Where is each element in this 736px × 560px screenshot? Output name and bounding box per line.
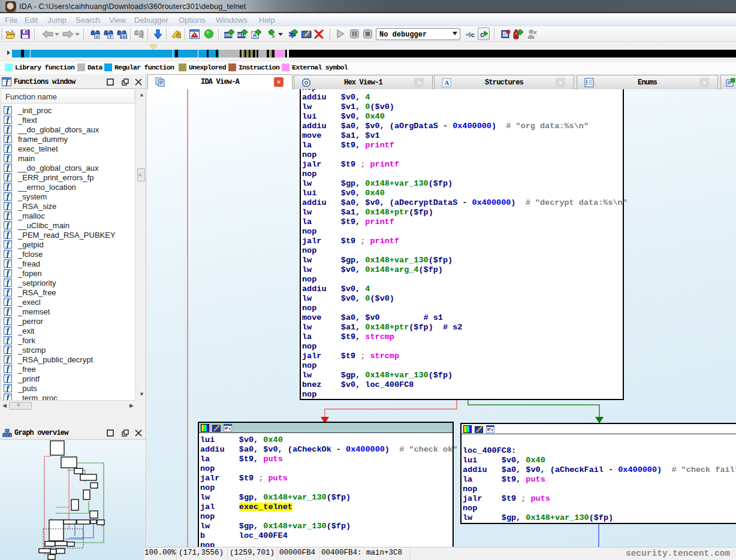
svg-text:#: # <box>96 34 99 39</box>
svg-text:101: 101 <box>120 35 127 40</box>
svg-text:c: c <box>471 32 475 39</box>
svg-text:T: T <box>109 34 112 39</box>
svg-text:c: c <box>480 31 484 39</box>
